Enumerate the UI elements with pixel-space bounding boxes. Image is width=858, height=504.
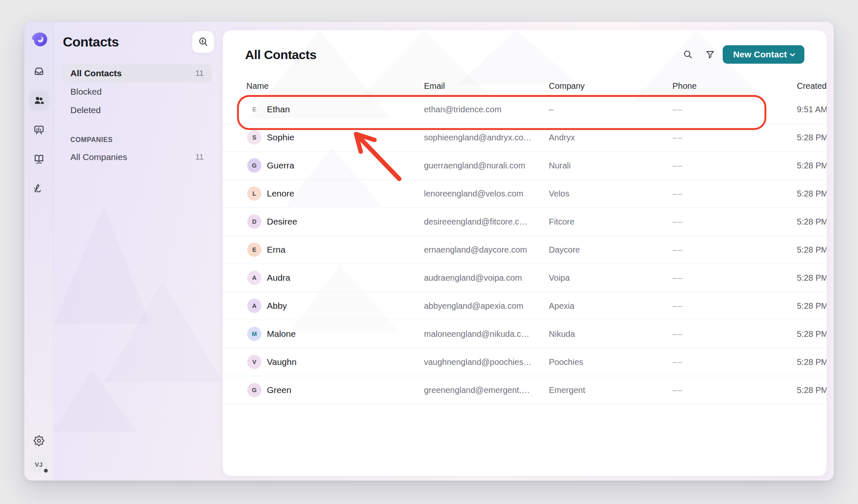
contact-email: sophieengland@andryx.co…	[424, 133, 549, 142]
contact-company: Nikuda	[549, 329, 672, 339]
contact-row[interactable]: E Erna ernaengland@daycore.com Daycore –…	[223, 236, 827, 264]
contact-row[interactable]: M Malone maloneengland@nikuda.c… Nikuda …	[223, 320, 827, 348]
column-header-phone: Phone	[672, 81, 797, 91]
column-header-email: Email	[424, 81, 549, 91]
contact-phone: ––	[672, 329, 797, 339]
contact-row[interactable]: A Abby abbyengland@apexia.com Apexia –– …	[223, 292, 827, 320]
contact-email: maloneengland@nikuda.c…	[424, 329, 549, 339]
contact-row[interactable]: G Guerra guerraengland@nurali.com Nurali…	[223, 152, 827, 180]
sidebar-item-label: All Contacts	[70, 68, 122, 78]
filter-icon[interactable]	[705, 49, 716, 60]
contact-phone: ––	[672, 189, 797, 198]
app-window: VJ Contacts All Contacts 11 Bl	[24, 22, 834, 481]
contact-avatar: D	[247, 215, 261, 229]
contact-created: 5:28 PM,	[797, 329, 827, 339]
contact-created: 5:28 PM,	[797, 301, 827, 311]
column-header-company: Company	[549, 81, 672, 91]
contact-phone: ––	[672, 385, 797, 395]
contact-name: Abby	[267, 301, 287, 311]
contact-phone: ––	[672, 133, 797, 142]
sidebar-item-all-contacts[interactable]: All Contacts 11	[62, 64, 212, 83]
column-header-name: Name	[246, 81, 424, 91]
contact-avatar: L	[247, 186, 261, 201]
sidebar-item-all-companies[interactable]: All Companies 11	[62, 148, 212, 166]
new-contact-label: New Contact	[733, 49, 787, 59]
contact-avatar: G	[247, 383, 261, 397]
contact-name: Audra	[267, 273, 290, 283]
contact-avatar: V	[247, 355, 261, 369]
contact-row[interactable]: L Lenore lenoreengland@velos.com Velos –…	[223, 180, 827, 208]
companies-section-label: COMPANIES	[62, 136, 212, 144]
contact-table-body: E Ethan ethan@tridence.com – –– 9:51 AM,…	[223, 96, 827, 404]
contact-company: Andryx	[549, 133, 672, 142]
sidebar-item-deleted[interactable]: Deleted	[62, 101, 212, 119]
sidebar-nav: All Contacts 11 Blocked Deleted COMPANIE…	[62, 64, 212, 166]
guide-icon[interactable]	[33, 153, 45, 165]
sidebar-item-count: 11	[195, 152, 204, 162]
sidebar-item-label: All Companies	[70, 152, 127, 162]
contact-company: –	[549, 105, 672, 114]
sidebar-title: Contacts	[63, 34, 119, 50]
contact-email: greenengland@emergent.…	[424, 385, 549, 395]
dashboard-icon[interactable]	[33, 124, 45, 136]
contact-row[interactable]: G Green greenengland@emergent.… Emergent…	[223, 376, 827, 404]
contact-name: Guerra	[267, 160, 294, 171]
contact-email: desireeengland@fitcore.c…	[424, 217, 549, 227]
page-title: All Contacts	[245, 48, 316, 62]
search-icon[interactable]	[682, 49, 693, 60]
contact-row[interactable]: A Audra audraengland@voipa.com Voipa –– …	[223, 264, 827, 292]
smart-search-icon	[197, 36, 209, 48]
column-header-created: Created	[797, 81, 827, 91]
contact-phone: ––	[672, 273, 797, 282]
contact-email: ernaengland@daycore.com	[424, 245, 549, 255]
contacts-icon[interactable]	[29, 90, 49, 111]
contact-company: Emergent	[549, 385, 672, 395]
contact-email: vaughnengland@poochies…	[424, 357, 549, 367]
contact-avatar: S	[247, 130, 261, 145]
contact-name: Lenore	[267, 189, 294, 199]
contact-row[interactable]: D Desiree desireeengland@fitcore.c… Fitc…	[223, 208, 827, 236]
contact-company: Velos	[549, 189, 672, 199]
contact-company: Fitcore	[549, 217, 672, 227]
contact-created: 5:28 PM,	[797, 245, 827, 255]
sidebar-item-blocked[interactable]: Blocked	[62, 83, 212, 101]
contact-avatar: E	[247, 102, 261, 116]
contact-row[interactable]: E Ethan ethan@tridence.com – –– 9:51 AM,	[223, 96, 827, 124]
sidebar-item-count: 11	[195, 69, 204, 78]
scribble-icon[interactable]	[33, 182, 45, 194]
contact-row[interactable]: V Vaughn vaughnengland@poochies… Poochie…	[223, 348, 827, 376]
contact-phone: ––	[672, 217, 797, 226]
contact-phone: ––	[672, 161, 797, 170]
status-dot	[43, 468, 49, 474]
user-initials: VJ	[35, 461, 43, 468]
contact-phone: ––	[672, 105, 797, 114]
gear-icon[interactable]	[33, 435, 45, 447]
contact-email: guerraengland@nurali.com	[424, 161, 549, 171]
table-header: Name Email Company Phone Created	[223, 76, 827, 96]
contact-phone: ––	[672, 301, 797, 310]
contact-email: ethan@tridence.com	[424, 105, 549, 114]
contact-avatar: G	[247, 158, 261, 173]
contact-company: Daycore	[549, 245, 672, 255]
new-contact-button[interactable]: New Contact	[723, 45, 804, 64]
user-avatar[interactable]: VJ	[30, 455, 48, 473]
brand-swirl-logo[interactable]	[30, 31, 48, 49]
contact-company: Poochies	[549, 357, 672, 367]
contact-avatar: M	[247, 327, 261, 341]
contact-name: Desiree	[267, 217, 297, 227]
contact-email: audraengland@voipa.com	[424, 273, 549, 283]
contact-company: Nurali	[549, 161, 672, 171]
inbox-icon[interactable]	[33, 65, 45, 77]
contact-created: 5:28 PM,	[797, 217, 827, 227]
icon-rail: VJ	[24, 22, 54, 481]
smart-search-button[interactable]	[192, 31, 214, 53]
sidebar-item-label: Blocked	[70, 87, 102, 97]
contact-avatar: A	[247, 299, 261, 313]
contacts-sidebar: Contacts All Contacts 11 Blocked Deleted…	[54, 22, 223, 481]
contact-created: 5:28 PM,	[797, 161, 827, 171]
contact-row[interactable]: S Sophie sophieengland@andryx.co… Andryx…	[223, 124, 827, 152]
contact-email: abbyengland@apexia.com	[424, 301, 549, 311]
contact-name: Vaughn	[267, 357, 297, 367]
contact-created: 9:51 AM,	[797, 105, 827, 114]
contact-created: 5:28 PM,	[797, 273, 827, 283]
